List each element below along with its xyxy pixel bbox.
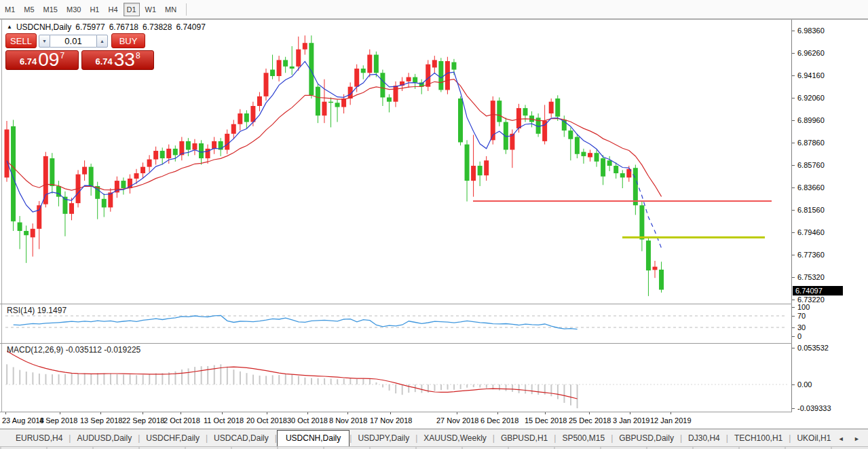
date-tick <box>390 412 391 414</box>
date-tick <box>589 412 590 414</box>
price-label: 6.85760 <box>797 161 825 169</box>
date-label: 13 Sep 2018 <box>80 416 122 425</box>
price-low: 6.73828 <box>143 22 172 32</box>
price-label: 6.94160 <box>797 71 825 79</box>
date-label: 4 Sep 2018 <box>39 416 77 425</box>
chart-tab-USDCAD-Daily[interactable]: USDCAD,Daily <box>208 431 275 446</box>
buy-button[interactable]: BUY <box>111 33 145 48</box>
chart-tab-TECH100-H1[interactable]: TECH100,H1 <box>728 431 789 446</box>
axis-tick <box>792 348 795 348</box>
date-label: 2 Oct 2018 <box>164 416 200 425</box>
price-label: 6.98360 <box>797 26 825 35</box>
timeframe-button-W1[interactable]: W1 <box>142 3 160 16</box>
tab-scroll-right-icon[interactable]: ► <box>854 435 864 442</box>
date-tick <box>630 412 630 414</box>
date-tick <box>267 412 267 414</box>
price-label: 6.79460 <box>797 228 825 236</box>
date-tick <box>457 412 457 414</box>
date-label: 30 Oct 2018 <box>287 416 328 425</box>
date-label: 20 Oct 2018 <box>246 416 287 425</box>
axis-tick <box>792 98 795 98</box>
symbol-name: USDCNH,Daily <box>16 22 71 32</box>
date-label: 27 Nov 2018 <box>436 416 478 425</box>
volume-increase-button[interactable]: ▲ <box>96 35 108 48</box>
date-tick <box>60 412 60 414</box>
macd-label: MACD(12,26,9) -0.035112 -0.019225 <box>7 345 140 355</box>
date-label: 15 Dec 2018 <box>525 416 567 425</box>
sell-button[interactable]: SELL <box>5 33 37 48</box>
timeframe-button-H4[interactable]: H4 <box>105 3 121 16</box>
date-label: 25 Dec 2018 <box>569 416 611 425</box>
mt4-window: M1M5M15M30H1H4D1W1MN ▲ USDCNH,Daily 6.75… <box>0 0 868 449</box>
axis-tick <box>792 255 795 255</box>
chart-tab-DJ30-H4[interactable]: DJ30,H4 <box>682 431 726 446</box>
axis-tick <box>792 300 795 300</box>
axis-tick <box>792 31 795 31</box>
rsi-level-label: 0 <box>797 332 801 340</box>
date-label: 22 Sep 2018 <box>122 416 164 425</box>
sell-price-button[interactable]: 6.74 09 7 <box>5 50 79 70</box>
timeframe-button-M1[interactable]: M1 <box>1 3 18 16</box>
chart-tab-USDCNH-Daily[interactable]: USDCNH,Daily <box>277 430 350 447</box>
buy-price-sup: 8 <box>136 51 140 60</box>
chart-tab-AUDUSD-Daily[interactable]: AUDUSD,Daily <box>71 431 138 446</box>
date-label: 23 Aug 2018 <box>2 416 44 425</box>
rsi-chart-canvas[interactable] <box>0 304 791 343</box>
macd-histogram <box>6 364 578 408</box>
fast-ma-line <box>7 61 629 212</box>
date-label: 17 Nov 2018 <box>370 416 412 425</box>
chart-tab-UKOil-H1[interactable]: UKOil,H1 <box>791 431 837 446</box>
sell-price-big: 09 <box>38 51 59 69</box>
rsi-level-label: 70 <box>797 312 806 320</box>
chart-tab-GBPUSD-H1[interactable]: GBPUSD,H1 <box>495 431 554 446</box>
collapse-icon[interactable]: ▲ <box>7 24 12 30</box>
buy-price-main: 6.74 <box>95 56 112 67</box>
price-high: 6.76718 <box>109 22 138 32</box>
axis-tick <box>792 143 795 143</box>
price-close: 6.74097 <box>176 22 205 32</box>
price-label: 6.87860 <box>797 139 825 147</box>
axis-tick <box>792 327 795 328</box>
timeframe-button-D1[interactable]: D1 <box>124 3 140 16</box>
chart-tab-EURUSD-H4[interactable]: EURUSD,H4 <box>10 431 69 446</box>
price-label: 6.77360 <box>797 251 825 259</box>
date-label: 3 Jan 2019 <box>613 416 649 425</box>
rsi-level-label: 30 <box>797 323 806 331</box>
axis-tick <box>792 53 795 54</box>
axis-tick <box>792 210 795 211</box>
date-label: 12 Jan 2019 <box>650 416 692 425</box>
volume-input[interactable]: 0.01 <box>50 35 96 48</box>
chart-tab-XAUUSD-Weekly[interactable]: XAUUSD,Weekly <box>417 431 492 446</box>
axis-tick <box>792 187 795 188</box>
slow-ma-line <box>7 79 662 197</box>
volume-decrease-button[interactable]: ▼ <box>39 35 50 48</box>
timeframe-button-M30[interactable]: M30 <box>63 3 84 16</box>
date-tick <box>5 412 6 414</box>
buy-price-button[interactable]: 6.74 33 8 <box>81 50 154 70</box>
sell-price-main: 6.74 <box>20 56 37 67</box>
price-axis[interactable]: 6.74097 6.983606.962606.941606.920606.89… <box>792 20 868 412</box>
date-tick <box>181 412 181 414</box>
date-axis[interactable]: 23 Aug 20184 Sep 201813 Sep 201822 Sep 2… <box>0 412 868 429</box>
axis-tick <box>792 408 795 409</box>
timeframe-button-H1[interactable]: H1 <box>86 3 102 16</box>
buy-price-big: 33 <box>114 51 135 69</box>
macd-level-label: -0.039333 <box>797 404 831 412</box>
one-click-trading-panel: SELL ▼ 0.01 ▲ BUY 6.74 09 7 6.74 33 8 <box>5 33 156 70</box>
price-label: 6.75320 <box>797 273 825 281</box>
date-label: 11 Oct 2018 <box>204 416 244 425</box>
chart-tab-GBPUSD-Daily[interactable]: GBPUSD,Daily <box>613 431 680 446</box>
timeframe-button-MN[interactable]: MN <box>162 3 180 16</box>
axis-tick <box>792 232 795 233</box>
timeframe-button-M5[interactable]: M5 <box>20 3 37 16</box>
axis-tick <box>792 316 795 317</box>
timeframe-button-M15[interactable]: M15 <box>40 3 61 16</box>
tab-scroll-left-icon[interactable]: ◄ <box>838 435 848 442</box>
date-tick <box>671 412 671 414</box>
chart-tab-SP500-M15[interactable]: SP500,M15 <box>556 431 611 446</box>
chart-tab-USDJPY-Daily[interactable]: USDJPY,Daily <box>352 431 415 446</box>
price-open: 6.75977 <box>75 22 105 32</box>
price-label: 6.92060 <box>797 94 825 102</box>
date-tick <box>143 412 143 414</box>
chart-tab-USDCHF-Daily[interactable]: USDCHF,Daily <box>140 431 206 446</box>
